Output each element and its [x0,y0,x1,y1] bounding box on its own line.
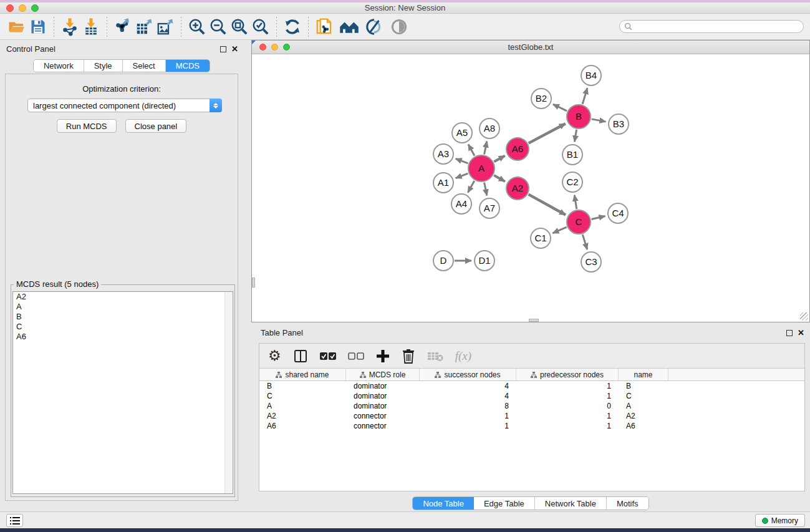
zoom-selected-button[interactable] [250,16,271,37]
zoom-fit-button[interactable] [229,16,250,37]
network-node[interactable]: B2 [531,89,551,109]
zoom-out-button[interactable] [208,16,229,37]
network-edge[interactable] [494,175,505,181]
view-splitter-handle-left[interactable] [252,278,255,288]
column-header[interactable]: name [619,369,668,380]
table-cell[interactable]: 1 [420,422,516,430]
apply-layout-button[interactable] [282,16,303,37]
network-edge[interactable] [529,195,566,215]
mcds-result-list[interactable]: A2ABCA6 [12,291,233,494]
task-history-button[interactable] [6,514,23,527]
function-builder-button[interactable]: f(x) [455,347,471,365]
table-cell[interactable]: B [619,382,668,390]
table-cell[interactable]: dominator [346,392,420,400]
float-panel-icon[interactable] [220,46,226,52]
table-cell[interactable]: dominator [346,382,420,390]
export-image-button[interactable] [155,16,176,37]
run-mcds-button[interactable]: Run MCDS [57,119,117,133]
deselect-all-columns-button[interactable] [348,347,364,365]
table-cell[interactable]: A2 [259,412,346,420]
view-splitter-handle-bottom[interactable] [529,319,539,322]
tab-select[interactable]: Select [123,60,166,72]
table-cell[interactable]: 4 [420,382,516,390]
table-cell[interactable]: 4 [420,392,516,400]
mcds-result-item[interactable]: B [13,312,233,322]
new-network-from-selection-button[interactable] [314,16,335,37]
network-edge[interactable] [456,158,468,163]
table-cell[interactable]: 1 [516,382,619,390]
network-edge[interactable] [553,104,567,111]
scrollbar-track[interactable] [224,292,233,493]
delete-column-button[interactable] [402,347,415,365]
table-cell[interactable]: 1 [516,412,619,420]
import-table-button[interactable] [80,16,102,37]
close-panel-icon[interactable]: ✕ [231,46,238,52]
table-cell[interactable]: dominator [346,402,420,410]
network-edge[interactable] [468,181,474,193]
network-edge[interactable] [485,142,487,155]
table-cell[interactable]: 1 [420,412,516,420]
table-cell[interactable]: A2 [619,412,668,420]
network-node[interactable]: A5 [452,123,472,143]
network-node[interactable]: D1 [475,251,494,271]
memory-button[interactable]: Memory [755,514,805,527]
table-cell[interactable]: C [619,392,668,400]
tab-motifs[interactable]: Motifs [607,497,648,510]
network-node[interactable]: A6 [506,138,529,160]
add-column-button[interactable] [376,347,390,365]
table-cell[interactable]: 1 [516,392,619,400]
network-edge[interactable] [456,173,468,178]
table-cell[interactable]: 1 [516,422,619,430]
export-table-button[interactable] [133,16,155,37]
network-node[interactable]: D [433,251,453,271]
tab-mcds[interactable]: MCDS [166,60,210,72]
network-node[interactable]: A4 [451,194,471,214]
search-input[interactable] [619,20,804,33]
network-canvas[interactable]: AA1A2A3A4A5A6A7A8BB1B2B3B4CC1C2C3C4DD1 [252,54,809,322]
network-node[interactable]: C2 [562,172,582,192]
neighborhood-button[interactable] [339,16,360,37]
table-cell[interactable]: A6 [259,422,346,430]
mcds-result-item[interactable]: A [13,302,233,312]
network-node[interactable]: A8 [480,118,499,138]
network-node[interactable]: B3 [609,114,629,134]
network-node[interactable]: C3 [581,252,601,272]
network-node[interactable]: C1 [531,228,551,248]
zoom-in-button[interactable] [186,16,208,37]
table-row[interactable]: A2connector11A2 [259,411,804,421]
column-header[interactable]: shared name [259,369,346,380]
delete-table-button[interactable] [427,347,443,365]
tab-style[interactable]: Style [84,60,123,72]
criterion-dropdown[interactable]: largest connected component (directed) [27,99,222,112]
mcds-result-item[interactable]: A6 [13,332,233,342]
tab-network-table[interactable]: Network Table [535,497,607,510]
column-panel-button[interactable] [293,347,308,365]
table-cell[interactable]: C [259,392,346,400]
import-network-button[interactable] [59,16,80,37]
network-node[interactable]: C4 [608,203,628,223]
network-node[interactable]: A [468,155,494,181]
select-all-columns-button[interactable] [320,347,336,365]
network-edge[interactable] [529,123,566,143]
window-resize-grip[interactable] [800,312,808,321]
network-edge[interactable] [485,183,487,196]
network-node[interactable]: B4 [581,65,601,85]
table-row[interactable]: Adominator80A [259,401,804,411]
network-edge[interactable] [582,235,587,249]
hide-graphics-details-button[interactable] [364,16,385,37]
tab-node-table[interactable]: Node Table [413,497,474,510]
network-edge[interactable] [468,144,475,155]
table-row[interactable]: Cdominator41C [259,391,804,401]
network-edge[interactable] [591,216,605,220]
save-session-button[interactable] [27,16,49,37]
tab-edge-table[interactable]: Edge Table [474,497,535,510]
network-edge[interactable] [574,130,576,142]
network-edge[interactable] [592,119,606,122]
close-table-panel-icon[interactable]: ✕ [798,330,804,336]
table-cell[interactable]: A [259,402,346,410]
close-panel-button[interactable]: Close panel [125,119,187,133]
column-header[interactable]: MCDS role [346,369,420,380]
table-cell[interactable]: 8 [420,402,516,410]
tab-network[interactable]: Network [34,60,84,72]
float-table-panel-icon[interactable] [786,330,793,336]
